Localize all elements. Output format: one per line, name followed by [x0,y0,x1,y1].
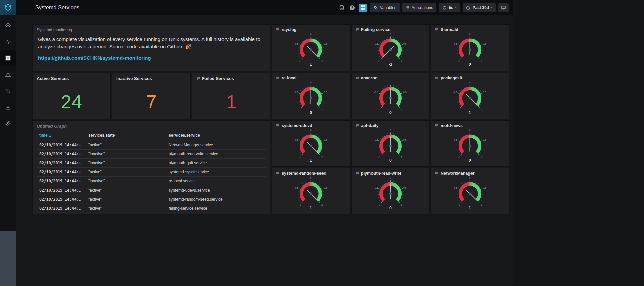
table-row: 02/10/2019 14:44:… "inactive" plymouth-q… [37,159,266,168]
cell-service: systemd-udevd.service [166,186,266,195]
panel-header[interactable]: thermald [431,25,509,32]
panel-header[interactable]: packagekit [431,73,509,80]
panel-header[interactable]: rsyslog [272,25,350,32]
svg-text:0: 0 [389,110,392,115]
svg-text:-1: -1 [299,204,301,206]
cell-service: failing-service.service [166,213,266,215]
gauge-panel-title: Failing service [361,27,390,32]
svg-text:-1: -1 [458,60,460,63]
svg-text:-0.5: -0.5 [294,91,298,94]
services-table: time▲ services.state services.service 02… [37,131,266,214]
svg-text:0: 0 [390,129,391,132]
panel-title[interactable]: Untitled Graph [33,121,270,131]
panel-title[interactable]: Systemd monitoring [33,25,270,34]
panel-header[interactable]: motd-news [431,121,509,128]
cell-time: 02/10/2019 14:44:… [37,159,86,168]
time-range-button[interactable]: Past 30d ▾ [463,3,496,12]
cell-service: systemd-sysctl.service [166,168,266,177]
help-button[interactable]: ? [348,3,356,12]
panel-title-icon [196,77,200,80]
column-header-state[interactable]: services.state [86,131,166,140]
svg-text:0: 0 [389,206,392,210]
sidebar-item-alerting[interactable] [0,66,16,83]
cell-state: "active" [86,186,166,195]
sidebar-item-admin[interactable] [0,116,16,132]
svg-text:0.5: 0.5 [324,139,327,141]
svg-text:1: 1 [321,108,323,111]
help-icon: ? [350,5,355,10]
cell-time: 02/10/2019 14:44:… [37,213,86,215]
svg-text:0: 0 [310,110,312,115]
column-header-service[interactable]: services.service [166,131,266,140]
gauge-dial: -1-0.500.511 [272,32,350,68]
panel-header[interactable]: plymouth-read-write [352,168,429,176]
panel-title-icon [276,124,280,127]
grafana-logo[interactable] [0,0,16,15]
gauge-dial: -1-0.500.51-1 [352,32,429,68]
stat-panel-active: Active Services 24 [32,73,111,119]
panel-header[interactable]: systemd-random-seed [272,168,350,176]
panel-title[interactable]: Inactive Services [116,76,152,81]
panel-title[interactable]: Active Services [37,76,69,81]
sidebar-item-tags[interactable] [0,83,16,99]
svg-text:1: 1 [401,156,402,159]
svg-text:1: 1 [401,60,402,63]
sidebar-item-dashboards[interactable] [0,50,16,66]
panel-title-icon [355,172,359,175]
variables-tag-icon [374,6,378,10]
table-row: 02/10/2019 14:44:… "active" failing-serv… [37,213,266,215]
gauge-panel: rc-local -1-0.500.510 [272,73,350,119]
sidebar-item-eye[interactable] [0,17,16,33]
svg-text:1: 1 [321,156,323,159]
variables-button[interactable]: Variables [370,3,400,12]
panel-title-icon [355,124,359,127]
panel-header[interactable]: rc-local [272,73,350,80]
cell-time: 02/10/2019 14:44:… [37,177,86,186]
gauge-mount: -1-0.500.511 [272,32,350,68]
gauge-panel: rsyslog -1-0.500.511 [272,24,350,71]
cell-time: 02/10/2019 14:44:… [37,140,86,150]
sidebar-item-premium[interactable] [0,99,16,116]
panel-header[interactable]: anacron [352,73,429,80]
svg-text:0.5: 0.5 [403,43,407,45]
cell-state: "active" [86,195,166,204]
svg-text:0: 0 [469,62,471,67]
svg-text:1: 1 [310,206,312,210]
wrench-icon [5,121,11,127]
refresh-button[interactable]: 5s ▾ [439,3,460,12]
panel-title-icon [435,28,439,31]
github-link[interactable]: https://github.com/SCHKN/systemd-monitor… [38,55,265,61]
datasource-button[interactable] [338,3,346,12]
table-row: 02/10/2019 14:44:… "active" systemd-sysc… [37,168,266,177]
gauge-dial: -1-0.500.510 [352,176,429,211]
table-row: 02/10/2019 14:44:… "inactive" plymouth-r… [37,150,266,159]
svg-text:-0.5: -0.5 [294,43,298,45]
gauge-panel: apt-daily -1-0.500.510 [351,120,430,167]
panel-header[interactable]: NetworkManager [431,168,509,176]
panel-title[interactable]: Failed Services [202,76,234,81]
gauge-panel: systemd-udevd -1-0.500.511 [272,120,350,167]
panel-header[interactable]: apt-daily [352,121,429,128]
crown-icon [5,105,11,111]
gauge-panel-title: apt-daily [361,123,378,128]
svg-text:1: 1 [310,62,312,67]
database-icon [339,5,344,10]
refresh-icon [442,6,447,10]
add-panel-button[interactable] [359,4,367,12]
gauge-panel: thermald -1-0.500.510 [431,24,509,71]
caret-down-icon: ▾ [491,6,492,9]
annotations-button[interactable]: Annotations [402,3,436,12]
stat-value: 1 [192,84,270,119]
svg-text:0: 0 [310,129,312,132]
variables-label: Variables [380,5,396,10]
cell-time: 02/10/2019 14:44:… [37,168,86,177]
header-controls: ? Variables Annotations [338,3,509,12]
sidebar-item-pulse[interactable] [0,33,16,50]
tv-mode-button[interactable] [498,3,509,12]
panel-header[interactable]: systemd-udevd [272,121,350,128]
svg-text:-1: -1 [299,156,301,159]
gauge-panel-title: plymouth-read-write [361,171,401,176]
stat-panel-failed: Failed Services 1 [192,73,270,119]
panel-header[interactable]: Failing service [352,25,429,32]
column-header-time[interactable]: time▲ [37,131,86,140]
